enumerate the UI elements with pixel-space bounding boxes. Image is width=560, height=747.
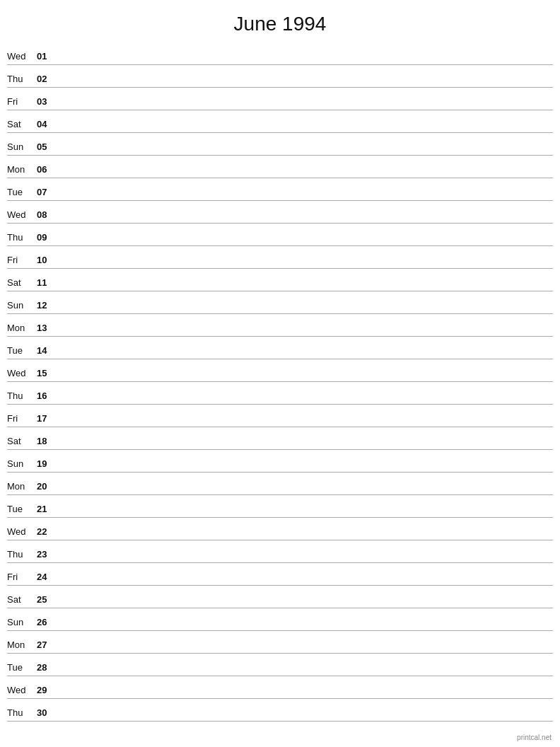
- day-name: Wed: [7, 368, 37, 380]
- table-row: Fri24: [7, 563, 553, 586]
- day-number: 04: [37, 119, 57, 131]
- day-line: [57, 85, 553, 86]
- day-name: Tue: [7, 504, 37, 516]
- day-name: Fri: [7, 413, 37, 425]
- table-row: Wed01: [7, 42, 553, 65]
- table-row: Fri10: [7, 246, 553, 269]
- day-line: [57, 62, 553, 63]
- table-row: Mon06: [7, 156, 553, 178]
- day-name: Fri: [7, 572, 37, 584]
- day-name: Wed: [7, 51, 37, 63]
- day-number: 30: [37, 707, 57, 719]
- day-name: Thu: [7, 707, 37, 719]
- day-number: 25: [37, 594, 57, 606]
- day-line: [57, 651, 553, 652]
- day-name: Fri: [7, 96, 37, 108]
- day-line: [57, 311, 553, 312]
- table-row: Sun19: [7, 450, 553, 473]
- day-number: 22: [37, 526, 57, 538]
- day-line: [57, 153, 553, 154]
- day-line: [57, 175, 553, 176]
- footer-text: printcal.net: [517, 734, 552, 741]
- table-row: Sat18: [7, 427, 553, 450]
- table-row: Mon20: [7, 473, 553, 495]
- day-name: Mon: [7, 481, 37, 493]
- day-number: 28: [37, 662, 57, 674]
- table-row: Mon13: [7, 314, 553, 337]
- day-line: [57, 696, 553, 697]
- table-row: Sat04: [7, 110, 553, 133]
- day-number: 27: [37, 639, 57, 652]
- day-number: 11: [37, 277, 57, 289]
- day-number: 13: [37, 323, 57, 335]
- day-line: [57, 357, 553, 357]
- day-number: 16: [37, 390, 57, 403]
- day-line: [57, 719, 553, 719]
- table-row: Sun05: [7, 133, 553, 156]
- day-line: [57, 243, 553, 244]
- table-row: Wed29: [7, 676, 553, 699]
- table-row: Tue21: [7, 495, 553, 518]
- day-number: 09: [37, 232, 57, 244]
- day-number: 08: [37, 209, 57, 221]
- day-name: Mon: [7, 639, 37, 652]
- table-row: Thu23: [7, 540, 553, 563]
- day-number: 29: [37, 685, 57, 697]
- day-line: [57, 108, 553, 108]
- day-number: 14: [37, 345, 57, 357]
- table-row: Thu09: [7, 224, 553, 246]
- table-row: Thu30: [7, 699, 553, 722]
- day-line: [57, 628, 553, 629]
- day-line: [57, 447, 553, 448]
- day-name: Thu: [7, 390, 37, 403]
- table-row: Sun12: [7, 291, 553, 314]
- day-name: Wed: [7, 526, 37, 538]
- day-line: [57, 538, 553, 538]
- day-number: 24: [37, 572, 57, 584]
- day-number: 03: [37, 96, 57, 108]
- day-name: Thu: [7, 232, 37, 244]
- day-line: [57, 673, 553, 674]
- table-row: Fri17: [7, 405, 553, 427]
- day-line: [57, 402, 553, 403]
- day-line: [57, 560, 553, 561]
- day-name: Sat: [7, 119, 37, 131]
- day-line: [57, 379, 553, 380]
- day-name: Sun: [7, 458, 37, 470]
- day-number: 06: [37, 164, 57, 176]
- table-row: Mon27: [7, 631, 553, 654]
- day-line: [57, 606, 553, 606]
- day-line: [57, 515, 553, 516]
- table-row: Tue14: [7, 337, 553, 359]
- day-name: Wed: [7, 209, 37, 221]
- day-name: Wed: [7, 685, 37, 697]
- day-line: [57, 130, 553, 131]
- table-row: Sat25: [7, 586, 553, 608]
- day-number: 15: [37, 368, 57, 380]
- day-number: 20: [37, 481, 57, 493]
- day-number: 18: [37, 436, 57, 448]
- day-name: Tue: [7, 662, 37, 674]
- day-line: [57, 470, 553, 470]
- day-name: Thu: [7, 74, 37, 86]
- table-row: Wed15: [7, 359, 553, 382]
- day-line: [57, 492, 553, 493]
- day-number: 17: [37, 413, 57, 425]
- day-line: [57, 266, 553, 267]
- day-number: 21: [37, 504, 57, 516]
- day-name: Sat: [7, 277, 37, 289]
- day-line: [57, 334, 553, 335]
- day-name: Sun: [7, 300, 37, 312]
- day-name: Tue: [7, 345, 37, 357]
- day-line: [57, 583, 553, 584]
- day-name: Thu: [7, 549, 37, 561]
- day-name: Sun: [7, 617, 37, 629]
- table-row: Tue28: [7, 654, 553, 676]
- day-name: Sat: [7, 436, 37, 448]
- day-name: Fri: [7, 255, 37, 267]
- day-number: 02: [37, 74, 57, 86]
- table-row: Fri03: [7, 88, 553, 110]
- day-line: [57, 221, 553, 221]
- table-row: Tue07: [7, 178, 553, 201]
- day-line: [57, 424, 553, 425]
